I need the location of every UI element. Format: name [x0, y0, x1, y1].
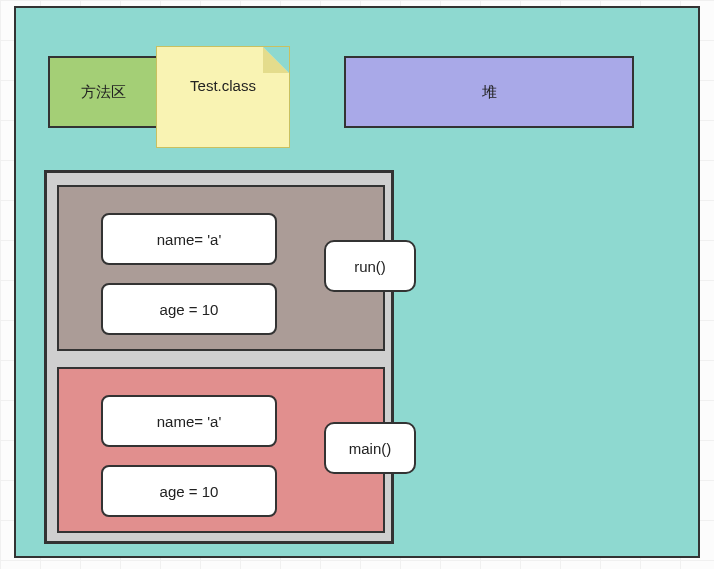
variable-box: age = 10 — [101, 283, 277, 335]
variable-label: name= 'a' — [157, 231, 222, 248]
heap-box: 堆 — [344, 56, 634, 128]
variable-box: age = 10 — [101, 465, 277, 517]
class-note-label: Test.class — [190, 77, 256, 94]
stack-container: name= 'a' age = 10 name= 'a' age = 10 — [44, 170, 394, 544]
method-area-label: 方法区 — [81, 83, 126, 102]
class-note: Test.class — [156, 46, 290, 148]
call-label-text: main() — [349, 440, 392, 457]
variable-label: age = 10 — [160, 301, 219, 318]
variable-label: name= 'a' — [157, 413, 222, 430]
method-area-box: 方法区 — [48, 56, 158, 128]
call-label-run: run() — [324, 240, 416, 292]
variable-box: name= 'a' — [101, 213, 277, 265]
call-label-text: run() — [354, 258, 386, 275]
heap-label: 堆 — [482, 83, 497, 102]
variable-label: age = 10 — [160, 483, 219, 500]
call-label-main: main() — [324, 422, 416, 474]
diagram-canvas: 方法区 Test.class 堆 name= 'a' age = 10 name… — [14, 6, 700, 558]
variable-box: name= 'a' — [101, 395, 277, 447]
